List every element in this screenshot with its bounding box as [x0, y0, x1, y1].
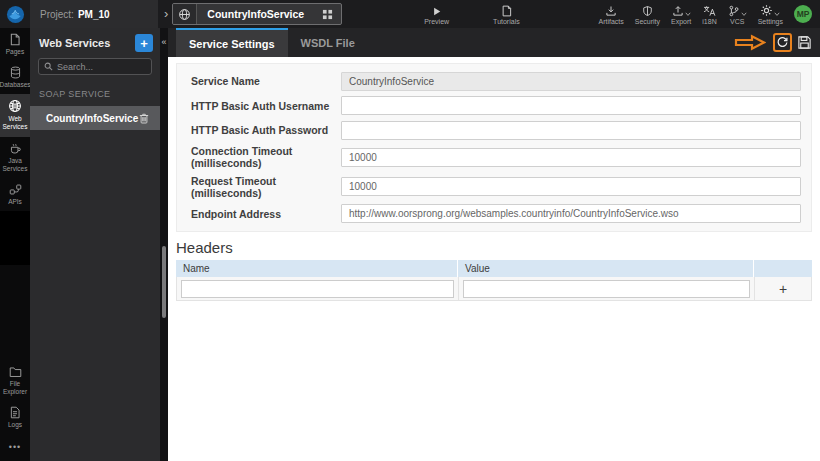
main-area: Service Settings WSDL File — [168, 28, 820, 461]
sidebar-item-databases[interactable]: Databases — [0, 61, 30, 94]
request-timeout-field[interactable] — [341, 177, 801, 196]
upload-icon — [672, 5, 684, 17]
sidebar-item-java-services[interactable]: Java Services — [0, 137, 30, 178]
logo-icon — [6, 5, 25, 24]
actions-column-header — [754, 260, 812, 277]
name-column-header: Name — [176, 260, 458, 277]
preview-label: Preview — [424, 18, 449, 25]
sidebar-item-pages[interactable]: Pages — [0, 28, 30, 61]
add-header-row-button[interactable]: + — [779, 282, 787, 296]
grid-switcher-icon[interactable] — [314, 9, 341, 20]
vcs-button[interactable]: VCS — [728, 4, 747, 25]
settings-button[interactable]: Settings — [758, 4, 783, 25]
sidebar-item-file-explorer[interactable]: File Explorer — [0, 361, 30, 401]
headers-section-title: Headers — [176, 239, 233, 256]
project-name: PM_10 — [78, 9, 110, 20]
save-button[interactable] — [797, 35, 812, 50]
branch-icon — [728, 5, 740, 17]
connection-timeout-field[interactable] — [341, 148, 801, 167]
apis-label: APIs — [8, 198, 22, 206]
panel-title: Web Services — [39, 37, 110, 49]
user-avatar[interactable]: MP — [794, 5, 812, 23]
header-name-input[interactable] — [181, 280, 454, 298]
globe-icon — [8, 99, 22, 113]
http-username-label: HTTP Basic Auth Username — [191, 100, 341, 112]
http-username-field[interactable] — [341, 96, 801, 115]
scrollbar-thumb[interactable] — [162, 246, 166, 318]
search-icon — [44, 62, 53, 71]
http-password-field[interactable] — [341, 121, 801, 140]
search-input[interactable] — [57, 62, 146, 72]
refresh-icon — [776, 36, 789, 49]
list-item-countryinfoservice[interactable]: CountryInfoService — [30, 106, 160, 130]
request-timeout-label: Request Timeout (milliseconds) — [191, 175, 341, 199]
chevron-down-icon — [741, 12, 747, 17]
delete-service-icon[interactable] — [139, 112, 149, 124]
file-explorer-label: File Explorer — [0, 380, 30, 396]
service-tab-countryinfoservice[interactable]: CountryInfoService — [172, 3, 342, 25]
http-password-label: HTTP Basic Auth Password — [191, 124, 341, 136]
connector-icon — [9, 183, 22, 196]
left-icon-rail: Pages Databases Web Services — [0, 28, 30, 461]
topbar-actions: Artifacts Security Export — [598, 4, 820, 25]
project-selector[interactable]: Project: PM_10 — [30, 0, 158, 28]
wavemaker-logo[interactable] — [0, 0, 30, 28]
app-window: Project: PM_10 › CountryInfoService — [0, 0, 820, 461]
tutorials-button[interactable]: Tutorials — [493, 4, 520, 25]
globe-icon — [173, 3, 197, 25]
play-icon — [431, 4, 442, 17]
artifacts-button[interactable]: Artifacts — [598, 4, 623, 25]
headers-table-head: Name Value — [176, 260, 812, 277]
artifacts-label: Artifacts — [598, 18, 623, 25]
headers-table: Name Value + — [176, 260, 812, 301]
databases-label: Databases — [0, 81, 31, 89]
connection-timeout-label: Connection Timeout (milliseconds) — [191, 145, 341, 169]
sidebar-item-logs[interactable]: Logs — [0, 401, 30, 434]
vcs-label: VCS — [730, 18, 744, 25]
chevron-down-icon — [774, 12, 780, 17]
service-name-label: Service Name — [191, 75, 341, 87]
editor-tab-bar: Service Settings WSDL File — [168, 28, 820, 57]
database-icon — [9, 66, 22, 79]
download-icon — [605, 4, 617, 17]
chevron-down-icon — [685, 12, 691, 17]
form-row: Service Name — [191, 72, 801, 91]
tab-wsdl-file[interactable]: WSDL File — [288, 28, 368, 57]
body: Pages Databases Web Services — [0, 28, 820, 461]
web-services-panel: Web Services + SOAP SERVICE CountryInfoS… — [30, 28, 160, 461]
add-service-button[interactable]: + — [135, 34, 153, 52]
soap-service-section-title: SOAP SERVICE — [39, 89, 160, 99]
coffee-icon — [9, 142, 22, 155]
form-row: Endpoint Address — [191, 204, 801, 223]
folder-icon — [9, 366, 22, 378]
export-button[interactable]: Export — [671, 4, 691, 25]
export-label: Export — [671, 18, 691, 25]
collapse-panel-icon[interactable]: « — [160, 34, 168, 50]
sidebar-item-web-services[interactable]: Web Services — [0, 94, 30, 136]
service-tab-label: CountryInfoService — [197, 8, 314, 20]
tab-service-settings[interactable]: Service Settings — [176, 28, 288, 57]
more-options-icon[interactable]: ••• — [9, 442, 21, 452]
annotation-arrow-icon — [734, 34, 766, 51]
form-row: Connection Timeout (milliseconds) — [191, 145, 801, 169]
i18n-button[interactable]: i18N — [702, 4, 716, 25]
service-search[interactable] — [38, 58, 152, 75]
form-row: HTTP Basic Auth Username — [191, 96, 801, 115]
endpoint-address-field[interactable] — [341, 204, 801, 223]
save-icon — [797, 35, 812, 50]
value-column-header: Value — [458, 260, 754, 277]
form-row: HTTP Basic Auth Password — [191, 121, 801, 140]
web-services-label: Web Services — [0, 115, 30, 131]
service-item-label: CountryInfoService — [46, 113, 138, 124]
translate-icon — [703, 4, 716, 17]
rail-divider — [0, 211, 30, 265]
reload-service-button[interactable] — [773, 33, 792, 52]
endpoint-address-label: Endpoint Address — [191, 208, 341, 220]
shield-icon — [642, 4, 653, 17]
sidebar-item-apis[interactable]: APIs — [0, 178, 30, 211]
headers-table-row: + — [176, 277, 812, 301]
header-value-input[interactable] — [463, 280, 750, 298]
security-label: Security — [635, 18, 660, 25]
preview-button[interactable]: Preview — [424, 4, 449, 25]
security-button[interactable]: Security — [635, 4, 660, 25]
